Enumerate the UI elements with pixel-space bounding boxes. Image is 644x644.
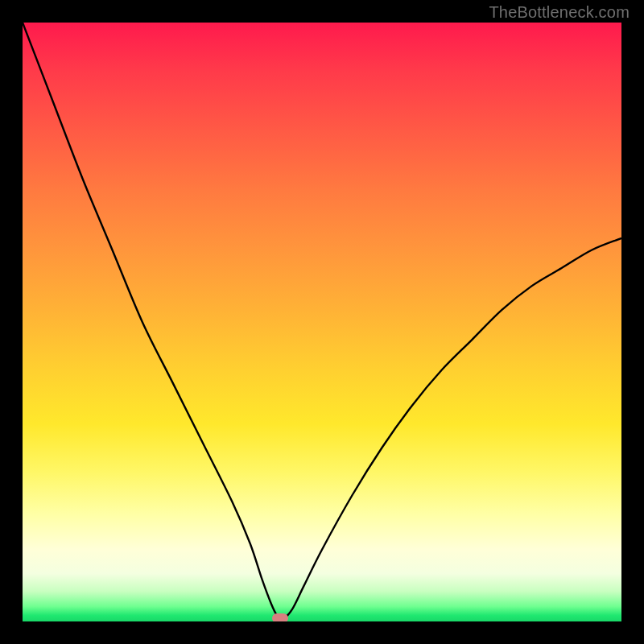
bottleneck-marker	[272, 613, 288, 621]
curve-svg	[23, 23, 621, 621]
bottleneck-curve	[23, 23, 621, 619]
watermark-text: TheBottleneck.com	[489, 3, 630, 22]
plot-area	[23, 23, 621, 621]
